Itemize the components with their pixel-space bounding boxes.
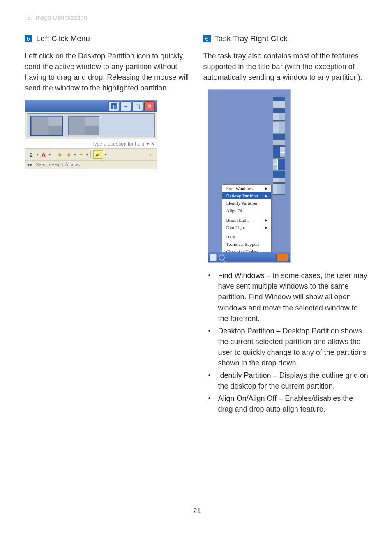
dropdown-caret-icon[interactable]: ▾	[74, 153, 76, 157]
section-5-title: Left Click Menu	[36, 34, 90, 43]
layout-option[interactable]	[273, 159, 285, 170]
menu-tech-support[interactable]: Technical Support	[222, 240, 271, 248]
toolbar-divider	[90, 151, 91, 158]
bullet-find-windows: Find Windows – In some cases, the user m…	[205, 270, 370, 324]
titlebar: – ▢ ×	[25, 100, 157, 112]
context-menu: Find Windows▶ Desktop Partition▶ Identif…	[222, 184, 271, 262]
menu-find-windows[interactable]: Find Windows▶	[222, 185, 271, 192]
paint-icon[interactable]: ◆	[65, 151, 72, 158]
minimize-button[interactable]: –	[120, 101, 131, 111]
two-column-layout: 5 Left Click Menu Left click on the Desk…	[25, 34, 369, 416]
tray-icons[interactable]	[276, 254, 288, 261]
svg-rect-0	[111, 103, 117, 105]
status-text: Search Help | Window	[36, 162, 81, 167]
abc-icon[interactable]: ab	[93, 150, 103, 159]
layout-option[interactable]	[273, 122, 285, 133]
right-column: 6 Task Tray Right Click The task tray al…	[203, 34, 370, 416]
partition-layout-flyout	[273, 97, 285, 195]
section-6-header: 6 Task Tray Right Click	[203, 34, 370, 43]
partition-picker	[27, 113, 155, 137]
menu-desktop-partition[interactable]: Desktop Partition▶	[222, 192, 271, 199]
section-5-paragraph: Left click on the Desktop Partition icon…	[25, 51, 191, 93]
expand-icon[interactable]: »	[147, 151, 154, 158]
menu-dim-light[interactable]: Dim Light▶	[222, 224, 271, 231]
tool-icon[interactable]: ✦	[77, 151, 85, 158]
dropdown-caret-icon[interactable]: ▾	[37, 153, 38, 157]
toolbar-item-2[interactable]: 2	[28, 151, 35, 158]
svg-rect-2	[114, 105, 117, 109]
dropdown-arrow-icon[interactable]: ▾	[147, 142, 149, 146]
step-number-badge: 5	[25, 35, 32, 42]
maximize-button[interactable]: ▢	[132, 101, 143, 111]
dropdown-caret-icon[interactable]: ▾	[86, 153, 88, 157]
layout-option[interactable]	[273, 109, 285, 121]
toolbar-divider	[53, 151, 53, 158]
menu-identify-partition[interactable]: Identify Partition	[222, 199, 271, 207]
dropdown-caret-icon[interactable]: ▾	[105, 153, 106, 157]
help-search-input[interactable]: Type a question for help	[92, 141, 144, 147]
menu-align-off[interactable]: Align Off	[222, 207, 271, 214]
menu-help[interactable]: Help	[222, 233, 271, 240]
help-search-row: Type a question for help ▾ ×	[25, 139, 157, 148]
bullet-identify-partition: Identify Partition – Displays the outlin…	[205, 370, 370, 391]
menu-divider	[224, 215, 269, 215]
status-bar: ▸▸ Search Help | Window	[25, 161, 157, 169]
formatting-toolbar: 2 ▾ A ▾ ◆ ◆ ▾ ✦ ▾ ab ▾ »	[25, 148, 157, 161]
layout-option[interactable]	[273, 146, 285, 158]
partition-option-1[interactable]	[31, 116, 62, 135]
taskbar-app-icon[interactable]	[210, 254, 217, 261]
taskbar	[208, 252, 290, 262]
layout-option[interactable]	[273, 97, 285, 109]
bullet-desktop-partition: Desktop Partition – Desktop Partition sh…	[205, 326, 370, 368]
section-5-header: 5 Left Click Menu	[25, 34, 191, 43]
paint-icon[interactable]: ◆	[56, 151, 63, 158]
left-column: 5 Left Click Menu Left click on the Desk…	[25, 34, 191, 416]
breadcrumb: 3. Image Optimization	[25, 12, 369, 23]
section-6-paragraph: The task tray also contains most of the …	[203, 51, 370, 83]
font-color-icon[interactable]: A	[40, 151, 47, 158]
svg-rect-1	[111, 105, 113, 109]
menu-bright-light[interactable]: Bright Light▶	[222, 216, 271, 224]
page-number: 21	[25, 507, 369, 515]
screenshot-tray-right-click: Find Windows▶ Desktop Partition▶ Identif…	[208, 89, 291, 263]
feature-bullet-list: Find Windows – In some cases, the user m…	[203, 270, 370, 414]
layout-option[interactable]	[273, 134, 285, 146]
layout-option[interactable]	[273, 171, 285, 183]
menu-divider	[224, 232, 269, 232]
close-button[interactable]: ×	[144, 101, 155, 111]
step-number-badge: 6	[203, 35, 211, 42]
page-root: 3. Image Optimization 5 Left Click Menu …	[0, 0, 392, 532]
dropdown-caret-icon[interactable]: ▾	[49, 153, 51, 157]
layout-option[interactable]	[273, 183, 285, 195]
screenshot-left-click: – ▢ × Type a question for help ▾ ×	[25, 100, 157, 169]
close-search-icon[interactable]: ×	[151, 141, 154, 147]
partition-icon[interactable]	[108, 101, 119, 111]
search-icon[interactable]	[219, 254, 225, 261]
section-6-title: Task Tray Right Click	[215, 34, 288, 43]
bullet-align-toggle: Align On/Align Off – Enables/disables th…	[205, 393, 370, 414]
partition-option-2[interactable]	[68, 116, 99, 135]
